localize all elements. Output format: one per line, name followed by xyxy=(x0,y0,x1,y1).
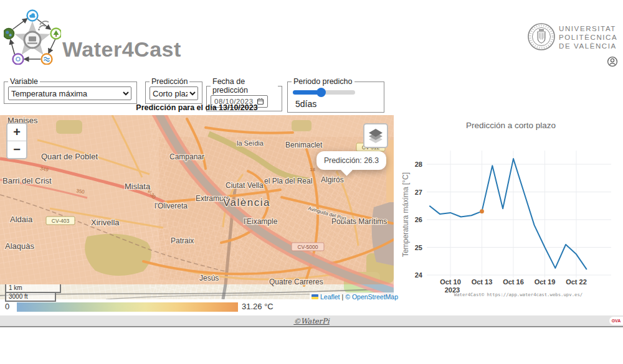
map-place-label: l'Eixample xyxy=(244,217,278,226)
leaflet-link[interactable]: Leaflet xyxy=(320,293,340,301)
map-place-label: Quatre Carreres xyxy=(269,278,323,286)
variable-select[interactable]: Temperatura máxima xyxy=(8,86,131,100)
map-zoom-control: + − xyxy=(6,123,27,159)
chart-xtick-label: Oct 22 xyxy=(566,278,587,286)
zoom-in-button[interactable]: + xyxy=(7,124,26,141)
map-attribution: Leaflet | © OpenStreetMap xyxy=(310,292,400,301)
colorbar-gradient xyxy=(17,302,238,312)
chart-caption: Water4Cast© https://app.water4cast.webs.… xyxy=(454,292,583,297)
map-place-label: Ciutat Vella xyxy=(226,181,264,190)
zoom-out-button[interactable]: − xyxy=(7,141,26,158)
svg-text:CV-403: CV-403 xyxy=(52,218,70,224)
map-place-label: Alaquàs xyxy=(5,241,34,251)
forecast-chart[interactable]: 2425262728Oct 102023Oct 13Oct 16Oct 19Oc… xyxy=(399,115,623,302)
map-place-label: Barri del Crist xyxy=(2,176,52,185)
map-road-badge: CV-5000 xyxy=(292,243,324,251)
map-place-label: Quart de Poblet xyxy=(41,152,98,161)
footer-credit: ©WaterPi xyxy=(0,317,623,325)
map-place-label: la Seïdia xyxy=(237,139,264,147)
map-title: Predicción para el día 13/10/2023 xyxy=(0,103,394,112)
scale-bar-imperial: 3000 ft xyxy=(5,293,56,302)
chart-xtick-label: Oct 13 xyxy=(472,278,493,286)
leaflet-map[interactable]: ManisesQuart de PobletBarri del CristAld… xyxy=(0,115,394,299)
chart-ylabel: Temperatura máxima [°C] xyxy=(401,172,410,257)
map-place-label: Benimaclet xyxy=(285,141,323,149)
chart-xtick-label: Oct 16 xyxy=(503,278,524,286)
chart-title: Predicción a corto plazo xyxy=(466,121,556,130)
popup-text: Predicción: 26.3 xyxy=(321,156,381,165)
chart-ytick-label: 25 xyxy=(415,244,422,251)
user-account-icon[interactable] xyxy=(607,56,618,67)
date-legend: Fecha de predicción xyxy=(211,77,278,95)
colorbar-min-label: 0 xyxy=(5,302,9,311)
period-slider[interactable] xyxy=(293,90,355,95)
map-place-label: València xyxy=(223,197,270,208)
chart-ytick-label: 26 xyxy=(415,216,422,223)
gva-logo[interactable]: GVA xyxy=(609,317,623,325)
scale-bar-metric: 1 km xyxy=(5,284,61,293)
upv-seal-icon xyxy=(527,22,556,51)
map-place-label: Jesús xyxy=(199,274,219,282)
map-place-label: l'Olivereta xyxy=(155,202,188,210)
ukraine-flag-icon xyxy=(312,294,318,299)
chart-highlight-point[interactable] xyxy=(480,209,484,213)
map-road-badge: CV-403 xyxy=(46,217,75,225)
prediction-fieldset: Predicción Corto plazo xyxy=(145,77,202,104)
osm-link[interactable]: © OpenStreetMap xyxy=(345,293,398,301)
svg-text:CV-5000: CV-5000 xyxy=(297,244,318,250)
footer-bar: ©WaterPi GVA xyxy=(0,315,623,327)
chart-ytick-label: 27 xyxy=(415,189,422,196)
water4cast-logo-icon xyxy=(4,7,61,65)
prediction-legend: Predicción xyxy=(150,77,189,86)
variable-legend: Variable xyxy=(8,77,40,86)
chart-ytick-label: 28 xyxy=(415,161,422,168)
map-place-label: Mislata xyxy=(125,182,151,191)
attribution-separator: | xyxy=(342,293,344,301)
map-place-label: Xirivella xyxy=(91,218,120,227)
app-title: Water4Cast xyxy=(62,37,181,62)
layers-icon xyxy=(368,128,384,144)
water4cast-app: Water4Cast UNIVERSITAT POLITÈCNICA DE VA… xyxy=(0,0,623,364)
map-place-label: Algirós xyxy=(321,175,344,184)
map-place-label: el Pla del Real xyxy=(264,177,312,185)
map-popup[interactable]: Predicción: 26.3 xyxy=(316,151,386,170)
prediction-select[interactable]: Corto plazo xyxy=(150,86,198,100)
variable-fieldset: Variable Temperatura máxima xyxy=(4,77,137,104)
map-place-label: Aldaia xyxy=(10,215,33,224)
period-legend: Periodo predicho xyxy=(292,77,354,86)
layers-control-button[interactable] xyxy=(363,123,388,148)
map-place-label: Patraix xyxy=(171,236,194,245)
chart-xtick-label: Oct 10 xyxy=(440,278,461,286)
chart-ytick-label: 24 xyxy=(415,271,423,279)
map-road-number: 18 xyxy=(310,167,315,172)
university-name: UNIVERSITAT POLITÈCNICA DE VALÈNCIA xyxy=(559,24,617,50)
chart-xtick-label: Oct 19 xyxy=(535,278,556,286)
colorbar-max-label: 31.26 °C xyxy=(242,302,273,311)
map-place-label: Campanar xyxy=(169,152,204,161)
